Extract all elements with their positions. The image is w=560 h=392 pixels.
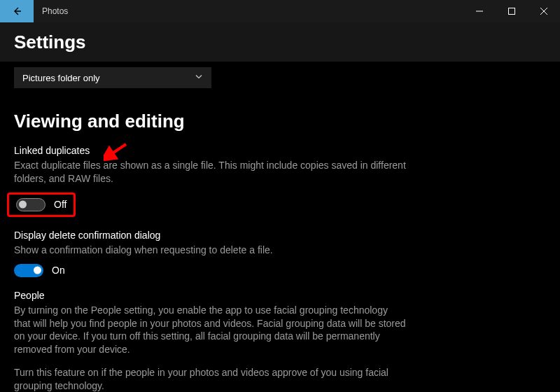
svg-rect-1 xyxy=(509,8,515,15)
annotation-highlight-box: Off xyxy=(7,192,76,217)
delete-confirm-toggle-label: On xyxy=(52,265,65,276)
window-controls xyxy=(463,0,560,22)
page-title: Settings xyxy=(14,31,86,53)
close-button[interactable] xyxy=(528,0,560,22)
people-desc: By turning on the People setting, you en… xyxy=(14,304,406,357)
dropdown-selected: Pictures folder only xyxy=(22,73,100,83)
sources-dropdown[interactable]: Pictures folder only xyxy=(14,67,211,88)
titlebar: Photos xyxy=(0,0,560,22)
people-setting: People By turning on the People setting,… xyxy=(14,290,560,392)
linked-duplicates-desc: Exact duplicate files are shown as a sin… xyxy=(14,159,406,186)
delete-confirm-title: Display delete confirmation dialog xyxy=(14,230,560,241)
delete-confirm-toggle[interactable] xyxy=(14,264,43,277)
linked-duplicates-title: Linked duplicates xyxy=(14,145,560,156)
chevron-down-icon xyxy=(195,73,203,83)
delete-confirm-desc: Show a confirmation dialog when requesti… xyxy=(14,244,406,257)
linked-duplicates-setting: Linked duplicates Exact duplicate files … xyxy=(14,145,560,217)
delete-confirm-setting: Display delete confirmation dialog Show … xyxy=(14,230,560,277)
header: Settings xyxy=(0,22,560,62)
maximize-button[interactable] xyxy=(496,0,528,22)
content-area: Pictures folder only Viewing and editing… xyxy=(0,62,560,392)
section-heading: Viewing and editing xyxy=(14,111,560,132)
people-title: People xyxy=(14,290,560,301)
minimize-button[interactable] xyxy=(463,0,496,22)
linked-duplicates-toggle[interactable] xyxy=(16,198,46,211)
back-arrow-icon xyxy=(11,6,22,17)
linked-duplicates-toggle-label: Off xyxy=(54,199,66,210)
back-button[interactable] xyxy=(0,0,34,22)
people-desc2: Turn this feature on if the people in yo… xyxy=(14,366,406,392)
app-title: Photos xyxy=(42,6,68,16)
minimize-icon xyxy=(476,8,483,15)
maximize-icon xyxy=(508,8,515,15)
close-icon xyxy=(540,8,547,15)
